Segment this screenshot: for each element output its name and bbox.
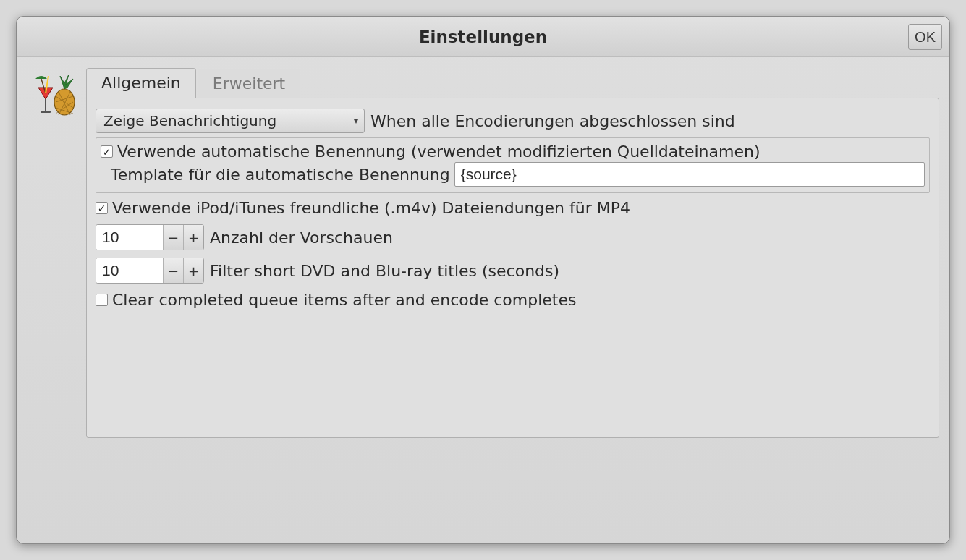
- filter-short-decrement[interactable]: −: [163, 258, 183, 283]
- preview-count-spin: − +: [96, 224, 204, 250]
- filter-short-label: Filter short DVD and Blu-ray titles (sec…: [210, 262, 559, 280]
- notify-label: When alle Encodierungen abgeschlossen si…: [370, 112, 735, 130]
- row-filter-short: − + Filter short DVD and Blu-ray titles …: [96, 258, 930, 284]
- titlebar: Einstellungen OK: [17, 17, 949, 57]
- main-column: Allgemein Erweitert Zeige Benachrichtigu…: [86, 67, 939, 533]
- preview-count-increment[interactable]: +: [183, 225, 203, 250]
- chevron-down-icon: ▾: [354, 116, 358, 126]
- preferences-window: Einstellungen OK: [16, 16, 950, 544]
- filter-short-spin: − +: [96, 258, 204, 284]
- filter-short-input[interactable]: [96, 258, 163, 283]
- template-input[interactable]: [454, 162, 925, 187]
- ok-button[interactable]: OK: [908, 24, 942, 50]
- filter-short-increment[interactable]: +: [183, 258, 203, 283]
- auto-naming-group: Verwende automatische Benennung (verwend…: [96, 137, 930, 193]
- preview-count-decrement[interactable]: −: [163, 225, 183, 250]
- auto-name-label: Verwende automatische Benennung (verwend…: [117, 143, 760, 161]
- m4v-label: Verwende iPod/iTunes freundliche (.m4v) …: [112, 199, 630, 217]
- svg-rect-2: [41, 111, 51, 113]
- combo-value: Zeige Benachrichtigung: [103, 112, 276, 130]
- row-clear-queue: Clear completed queue items after and en…: [96, 291, 930, 309]
- row-template: Template für die automatische Benennung: [101, 162, 925, 187]
- notification-action-combo[interactable]: Zeige Benachrichtigung ▾: [96, 109, 365, 133]
- pineapple-icon: [34, 72, 79, 119]
- app-logo: [27, 67, 86, 533]
- auto-name-checkbox[interactable]: [101, 145, 113, 158]
- m4v-checkbox[interactable]: [96, 202, 108, 214]
- preview-count-input[interactable]: [96, 225, 163, 250]
- row-notify: Zeige Benachrichtigung ▾ When alle Encod…: [96, 109, 930, 133]
- content-area: Allgemein Erweitert Zeige Benachrichtigu…: [17, 57, 949, 543]
- template-label: Template für die automatische Benennung: [111, 166, 450, 184]
- tab-bar: Allgemein Erweitert: [86, 67, 939, 98]
- preview-count-label: Anzahl der Vorschauen: [210, 229, 393, 247]
- row-preview-count: − + Anzahl der Vorschauen: [96, 224, 930, 250]
- row-auto-name: Verwende automatische Benennung (verwend…: [101, 143, 925, 161]
- svg-rect-1: [45, 99, 46, 111]
- clear-queue-label: Clear completed queue items after and en…: [112, 291, 577, 309]
- tab-advanced[interactable]: Erweitert: [198, 69, 300, 98]
- row-m4v: Verwende iPod/iTunes freundliche (.m4v) …: [96, 199, 930, 217]
- tab-general[interactable]: Allgemein: [86, 68, 196, 98]
- clear-queue-checkbox[interactable]: [96, 294, 108, 306]
- general-panel: Zeige Benachrichtigung ▾ When alle Encod…: [86, 98, 939, 438]
- window-title: Einstellungen: [419, 27, 547, 46]
